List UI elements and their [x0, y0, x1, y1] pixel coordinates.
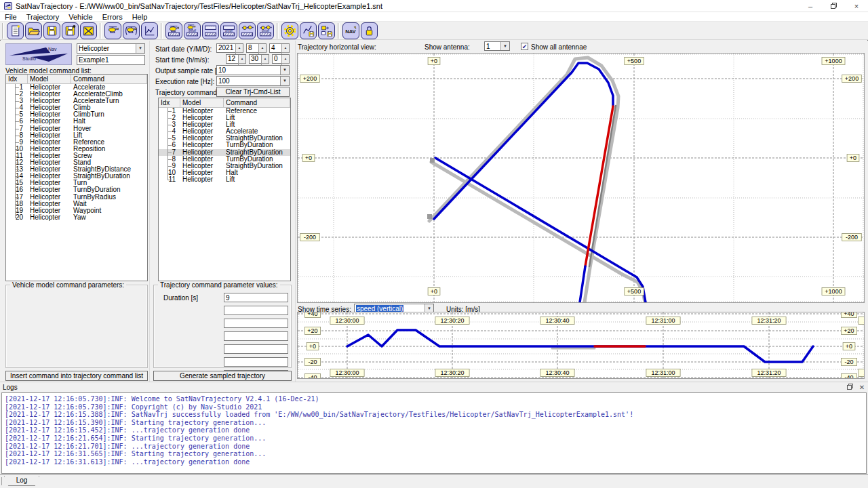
save-file-as-button[interactable]	[62, 22, 79, 39]
restore-icon	[831, 3, 837, 9]
axis-label: 12:30:00	[330, 369, 364, 377]
trajectory-export-button[interactable]	[318, 22, 335, 39]
svg-text:+40: +40	[844, 312, 854, 317]
vehicle-model-select[interactable]: Helicopter ▼	[77, 43, 145, 54]
svg-text:12:31:40: 12:31:40	[863, 369, 864, 376]
lock-button[interactable]	[361, 22, 378, 39]
minimize-button[interactable]: –	[799, 0, 822, 12]
table-row[interactable]: 2HelicopterLift	[159, 115, 290, 121]
trajectory-command-table[interactable]: IdxModelCommand1HelicopterReference2Heli…	[158, 98, 291, 281]
close-panel-icon[interactable]: ✕	[856, 384, 868, 391]
svg-text:-200: -200	[304, 234, 316, 241]
heli-loop-button[interactable]	[123, 22, 140, 39]
logs-panel: Logs ✕ [2021-12-17 12:16:05.730]:INF: We…	[0, 382, 868, 474]
ground-onoff-button[interactable]: on/off	[220, 22, 237, 39]
parameter-input-empty[interactable]	[224, 331, 288, 341]
axis-label: 12:30:40	[540, 317, 574, 325]
menu-help[interactable]: Help	[127, 12, 153, 21]
toolbar-separator	[100, 23, 102, 39]
start-date-month-spinner[interactable]: 8▲▼	[246, 43, 267, 53]
axis-label: -200	[842, 234, 862, 241]
svg-text:12:31:20: 12:31:20	[757, 369, 781, 376]
trajectory-save-icon	[302, 24, 315, 37]
menu-vehicle[interactable]: Vehicle	[64, 12, 97, 21]
trajectory-save-button[interactable]	[300, 22, 317, 39]
parameter-input-empty[interactable]	[224, 357, 288, 367]
axis-label: +40	[304, 312, 320, 318]
start-time-minute-spinner[interactable]: 30▲▼	[249, 54, 269, 64]
close-button[interactable]: ×	[845, 0, 868, 12]
heli-ground-onoff-button[interactable]: on/off	[184, 22, 201, 39]
start-date-year-spinner[interactable]: 2021▲▼	[216, 43, 243, 53]
table-row[interactable]: 10HelicopterHalt	[159, 169, 290, 176]
nav-button[interactable]: NAV	[342, 22, 359, 39]
start-time-second-spinner[interactable]: 0▲▼	[272, 54, 290, 64]
heli-ground-button[interactable]	[165, 22, 182, 39]
column-header-idx[interactable]: Idx	[6, 75, 28, 83]
start-time-hour-spinner[interactable]: 12▲▼	[226, 54, 246, 64]
open-file-button[interactable]	[25, 22, 42, 39]
svg-text:Studio: Studio	[22, 56, 36, 61]
table-row[interactable]: 16HelicopterTurnByDuration	[6, 186, 147, 193]
parameter-input-empty[interactable]	[224, 306, 288, 315]
table-row[interactable]: 1HelicopterReference	[159, 108, 290, 115]
column-header-model[interactable]: Model	[28, 75, 71, 83]
table-row[interactable]: 20HelicopterYaw	[6, 214, 147, 221]
table-row[interactable]: 3HelicopterLift	[159, 121, 290, 128]
example-name-input[interactable]: Example1	[77, 55, 145, 65]
float-panel-icon[interactable]	[844, 384, 856, 391]
table-row[interactable]: 9HelicopterStraightByDuration	[159, 163, 290, 169]
menu-trajectory[interactable]: Trajectory	[22, 12, 64, 21]
close-file-button[interactable]	[80, 22, 97, 39]
save-file-button[interactable]	[43, 22, 60, 39]
ground-button[interactable]	[202, 22, 219, 39]
show-all-antennae-checkbox[interactable]: ✔	[521, 43, 528, 50]
heli-loop-icon	[125, 24, 138, 37]
column-header-model[interactable]: Model	[180, 98, 224, 107]
insert-command-button[interactable]: Insert command into trajectory command l…	[5, 371, 148, 381]
exec-rate-label: Execution rate [Hz]:	[155, 78, 214, 85]
log-line: [2021-12-17 12:16:31.613]:INF: ...trajec…	[5, 458, 866, 466]
generate-trajectory-button[interactable]: Generate sampled trajectory	[153, 371, 292, 381]
new-file-button[interactable]	[7, 22, 24, 39]
heli-side-button[interactable]	[104, 22, 121, 39]
chevron-down-icon[interactable]: ▼	[136, 44, 144, 53]
time-series-plot[interactable]: 12:30:0012:30:2012:30:4012:31:0012:31:20…	[297, 312, 865, 379]
satellites-onoff-button[interactable]: on/off	[257, 22, 274, 39]
column-header-command[interactable]: Command	[71, 75, 147, 83]
app-icon	[4, 2, 12, 10]
parameter-input-empty[interactable]	[224, 344, 288, 354]
log-tab[interactable]: Log	[4, 476, 39, 486]
chevron-down-icon[interactable]: ▼	[280, 77, 289, 85]
vehicle-model-command-table[interactable]: IdxModelCommand1HelicopterAccelerate2Hel…	[5, 74, 148, 281]
settings-gear-button[interactable]	[281, 22, 298, 39]
sample-rate-select[interactable]: 10▼	[216, 65, 290, 75]
chevron-down-icon[interactable]: ▼	[500, 42, 509, 50]
trajectory-setup-panel: Start date (Y/M/D): 2021▲▼ 8▲▼ 4▲▼ Start…	[149, 41, 295, 382]
clear-trj-cmd-list-button[interactable]: Clear Trj-Cmd-List	[216, 87, 290, 97]
svg-text:+20: +20	[844, 327, 854, 334]
exec-rate-select[interactable]: 100▼	[216, 76, 290, 86]
log-output[interactable]: [2021-12-17 12:16:05.730]:INF: Welcome t…	[1, 392, 867, 474]
column-header-idx[interactable]: Idx	[159, 98, 180, 107]
column-header-command[interactable]: Command	[224, 98, 290, 107]
axis-label: 12:31:20	[752, 317, 786, 325]
table-row[interactable]: 11HelicopterLift	[159, 176, 290, 183]
satellites-button[interactable]	[239, 22, 256, 39]
menu-file[interactable]: File	[0, 12, 22, 21]
svg-text:-200: -200	[846, 234, 858, 241]
axis-label: +0	[843, 343, 855, 350]
menu-errors[interactable]: Errors	[98, 12, 127, 21]
svg-text:12:30:20: 12:30:20	[440, 317, 464, 324]
logs-title: Logs	[3, 384, 18, 391]
antenna-select[interactable]: 1▼	[484, 41, 510, 51]
resize-grip[interactable]	[1, 477, 2, 485]
parameter-input-empty[interactable]	[224, 319, 288, 328]
duration-input[interactable]: 9	[224, 293, 288, 302]
show-antenna-label: Show antenna:	[425, 43, 470, 51]
start-date-day-spinner[interactable]: 4▲▼	[269, 43, 290, 53]
plot-view-button[interactable]	[141, 22, 158, 39]
chevron-down-icon[interactable]: ▼	[280, 66, 289, 75]
trajectory-horizontal-plot[interactable]: +0+500+1000+0+500+1000+200+0-200+200+0-2…	[297, 53, 865, 303]
restore-button[interactable]	[822, 0, 845, 12]
